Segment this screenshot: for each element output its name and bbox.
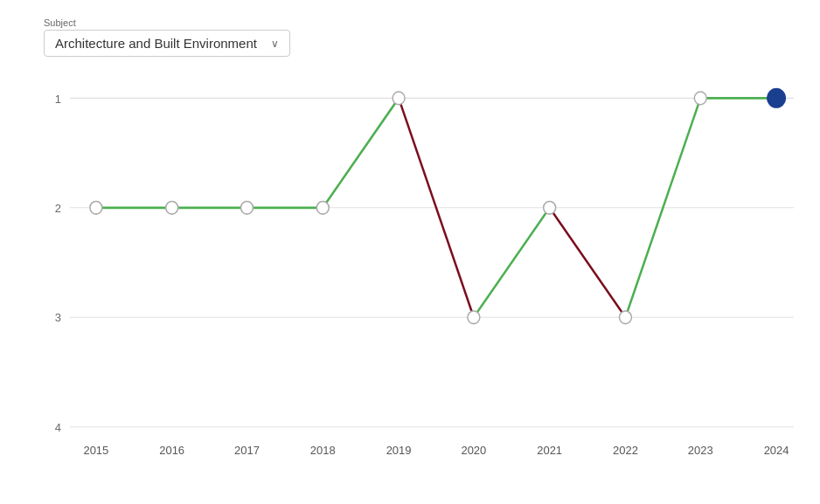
- point-2023: [694, 92, 706, 105]
- x-label-2023: 2023: [688, 444, 713, 457]
- subject-label: Subject: [44, 17, 803, 28]
- x-label-2021: 2021: [537, 444, 562, 457]
- x-label-2024: 2024: [764, 444, 789, 457]
- x-label-2015: 2015: [83, 444, 108, 457]
- x-label-2016: 2016: [159, 444, 184, 457]
- y-label-1: 1: [55, 92, 61, 105]
- line-2020-2021: [474, 208, 550, 317]
- y-label-4: 4: [55, 421, 61, 434]
- dropdown-value: Architecture and Built Environment: [55, 36, 257, 51]
- line-2018-2019: [323, 98, 399, 207]
- point-2015: [90, 202, 102, 215]
- x-label-2022: 2022: [613, 444, 638, 457]
- x-label-2017: 2017: [234, 444, 260, 457]
- y-label-3: 3: [55, 311, 61, 324]
- point-2024-current: [767, 88, 786, 108]
- line-2021-2022: [550, 208, 626, 317]
- x-label-2020: 2020: [461, 444, 486, 457]
- point-2016: [166, 202, 178, 215]
- point-2019: [393, 92, 405, 105]
- point-2017: [240, 202, 253, 215]
- point-2022: [619, 311, 631, 324]
- point-2020: [468, 311, 480, 324]
- point-2018: [316, 202, 329, 215]
- chart-area: 1 2 3 4 2015 2016 2017 2018 2019 2020 20…: [44, 71, 803, 473]
- x-label-2019: 2019: [386, 444, 412, 457]
- x-label-2018: 2018: [310, 444, 336, 457]
- point-2021: [544, 202, 556, 215]
- chevron-down-icon: ∨: [271, 38, 279, 50]
- subject-dropdown[interactable]: Architecture and Built Environment ∨: [44, 30, 290, 57]
- y-label-2: 2: [55, 202, 61, 215]
